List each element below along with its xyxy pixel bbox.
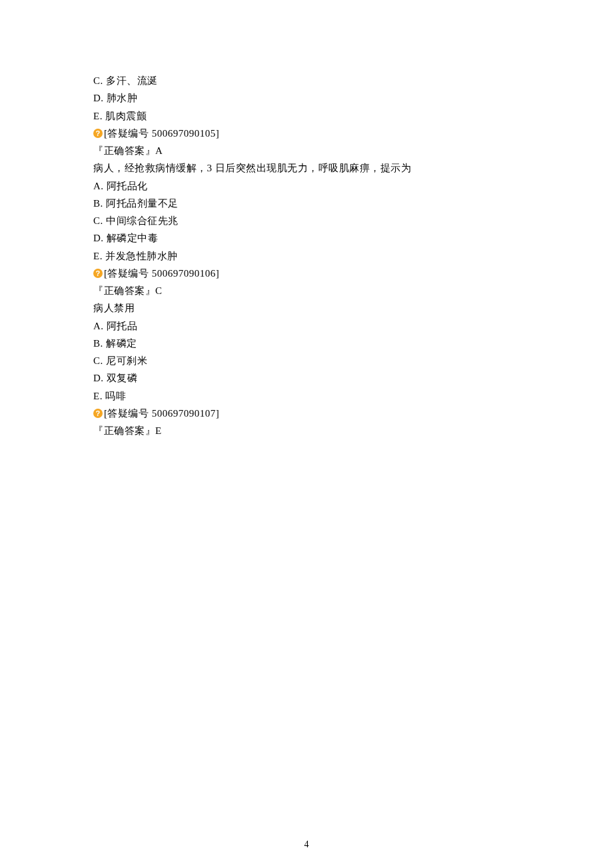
question-mark-icon: ? — [93, 269, 103, 278]
reference-line: ?[答疑编号 500697090106] — [93, 265, 520, 282]
option-a: A. 阿托品化 — [93, 177, 520, 195]
option-c: C. 多汗、流涎 — [93, 72, 520, 89]
answer-line: 『正确答案』C — [93, 282, 520, 299]
reference-line: ?[答疑编号 500697090105] — [93, 125, 520, 142]
reference-line: ?[答疑编号 500697090107] — [93, 405, 520, 422]
option-b: B. 阿托品剂量不足 — [93, 195, 520, 212]
option-c: C. 尼可刹米 — [93, 352, 520, 369]
option-c: C. 中间综合征先兆 — [93, 212, 520, 229]
answer-line: 『正确答案』A — [93, 142, 520, 159]
reference-number: [答疑编号 500697090107] — [104, 408, 219, 419]
question-stem: 病人，经抢救病情缓解，3 日后突然出现肌无力，呼吸肌麻痹，提示为 — [93, 159, 520, 177]
option-d: D. 解磷定中毒 — [93, 229, 520, 247]
option-d: D. 双复磷 — [93, 369, 520, 387]
option-d: D. 肺水肿 — [93, 89, 520, 107]
option-e: E. 并发急性肺水肿 — [93, 247, 520, 265]
reference-number: [答疑编号 500697090105] — [104, 128, 219, 139]
option-e: E. 吗啡 — [93, 387, 520, 405]
option-e: E. 肌肉震颤 — [93, 107, 520, 125]
option-b: B. 解磷定 — [93, 335, 520, 352]
question-mark-icon: ? — [93, 409, 103, 418]
question-stem: 病人禁用 — [93, 299, 520, 317]
answer-line: 『正确答案』E — [93, 422, 520, 439]
page-number: 4 — [0, 837, 613, 853]
question-mark-icon: ? — [93, 129, 103, 138]
option-a: A. 阿托品 — [93, 317, 520, 335]
document-page: C. 多汗、流涎 D. 肺水肿 E. 肌肉震颤 ?[答疑编号 500697090… — [0, 0, 613, 439]
reference-number: [答疑编号 500697090106] — [104, 268, 219, 279]
